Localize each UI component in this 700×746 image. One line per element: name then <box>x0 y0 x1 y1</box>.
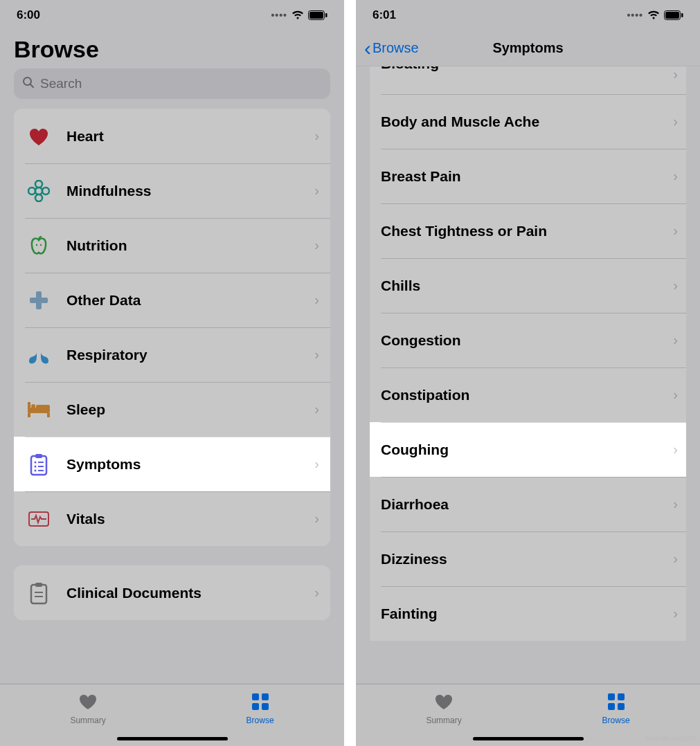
category-clinical-documents[interactable]: Clinical Documents › <box>14 565 330 620</box>
tab-summary[interactable]: Summary <box>426 693 461 725</box>
mindfulness-icon <box>25 177 53 205</box>
vitals-icon <box>25 505 53 533</box>
svg-rect-35 <box>252 703 259 710</box>
symptoms-list[interactable]: Bloating › Body and Muscle Ache › Breast… <box>356 66 700 684</box>
symptom-label: Fainting <box>381 606 673 622</box>
symptom-label: Breast Pain <box>381 168 673 185</box>
symptom-label: Congestion <box>381 332 673 349</box>
status-time: 6:01 <box>373 8 396 22</box>
chevron-right-icon: › <box>673 496 681 512</box>
category-label: Heart <box>66 128 314 145</box>
watermark: www.deuaq.com <box>645 734 696 742</box>
heart-tab-icon <box>78 693 98 713</box>
tab-browse[interactable]: Browse <box>602 693 630 725</box>
symptom-label: Chest Tightness or Pain <box>381 223 673 239</box>
chevron-right-icon: › <box>314 401 319 417</box>
symptom-row[interactable]: Fainting › <box>370 586 686 641</box>
svg-rect-16 <box>47 413 50 417</box>
phone-left: 6:00 •••• Browse Search Heart › <box>0 0 344 746</box>
svg-rect-1 <box>309 12 323 19</box>
search-icon <box>22 76 35 91</box>
svg-rect-19 <box>36 405 50 409</box>
category-group-1: Heart › Mindfulness › Nutrition › <box>14 109 330 546</box>
svg-rect-40 <box>608 693 615 700</box>
cellular-icon: •••• <box>627 10 643 21</box>
plus-icon <box>25 286 53 314</box>
category-sleep[interactable]: Sleep › <box>14 382 330 437</box>
svg-point-8 <box>28 188 35 194</box>
wifi-icon <box>291 10 304 20</box>
symptom-label: Constipation <box>381 387 673 403</box>
category-label: Sleep <box>66 401 314 418</box>
svg-rect-15 <box>28 413 30 417</box>
symptom-row[interactable]: Chest Tightness or Pain › <box>370 203 686 258</box>
svg-point-11 <box>40 244 42 245</box>
category-group-2: Clinical Documents › <box>14 565 330 620</box>
bed-icon <box>25 396 53 424</box>
tab-browse[interactable]: Browse <box>246 693 274 725</box>
home-indicator[interactable] <box>473 737 584 740</box>
symptom-row[interactable]: Chills › <box>370 258 686 313</box>
category-label: Vitals <box>66 511 314 527</box>
chevron-right-icon: › <box>314 237 319 253</box>
svg-point-6 <box>35 181 42 188</box>
svg-line-4 <box>30 84 33 87</box>
svg-rect-41 <box>618 693 625 700</box>
status-bar: 6:00 •••• <box>0 0 344 30</box>
svg-rect-39 <box>681 13 683 17</box>
svg-rect-38 <box>665 12 679 19</box>
svg-rect-21 <box>35 454 42 458</box>
category-label: Respiratory <box>66 347 314 363</box>
category-vitals[interactable]: Vitals › <box>14 491 330 546</box>
symptom-row[interactable]: Breast Pain › <box>370 149 686 203</box>
back-label: Browse <box>373 40 419 56</box>
category-respiratory[interactable]: Respiratory › <box>14 327 330 382</box>
symptom-label: Bloating <box>381 66 673 72</box>
back-button[interactable]: ‹ Browse <box>356 37 419 60</box>
symptom-row[interactable]: Bloating › <box>370 66 686 94</box>
tab-label: Browse <box>246 716 274 725</box>
svg-rect-43 <box>618 703 625 710</box>
svg-rect-33 <box>252 693 259 700</box>
svg-rect-17 <box>28 402 30 409</box>
tab-summary[interactable]: Summary <box>70 693 105 725</box>
svg-rect-13 <box>30 298 48 303</box>
symptom-row[interactable]: Body and Muscle Ache › <box>370 94 686 149</box>
wifi-icon <box>647 10 660 20</box>
status-bar: 6:01 •••• <box>356 0 700 30</box>
chevron-right-icon: › <box>314 585 319 601</box>
chevron-right-icon: › <box>673 278 681 293</box>
symptom-row[interactable]: Constipation › <box>370 367 686 422</box>
symptom-label: Body and Muscle Ache <box>381 113 673 130</box>
svg-point-9 <box>42 188 49 194</box>
chevron-right-icon: › <box>314 292 319 308</box>
battery-icon <box>308 10 327 20</box>
phone-right: 6:01 •••• ‹ Browse Symptoms Bloating › B… <box>356 0 700 746</box>
chevron-right-icon: › <box>673 606 681 621</box>
browse-content: Heart › Mindfulness › Nutrition › <box>0 109 344 684</box>
tab-label: Summary <box>70 716 105 725</box>
home-indicator[interactable] <box>117 737 228 740</box>
clipboard-icon <box>25 579 53 607</box>
symptoms-group: Bloating › Body and Muscle Ache › Breast… <box>370 66 686 641</box>
chevron-right-icon: › <box>673 442 681 457</box>
symptom-row-coughing[interactable]: Coughing › <box>370 422 686 477</box>
symptom-row[interactable]: Diarrhoea › <box>370 477 686 531</box>
svg-point-7 <box>35 194 42 201</box>
symptom-row[interactable]: Dizziness › <box>370 531 686 586</box>
svg-point-18 <box>31 404 35 408</box>
category-other-data[interactable]: Other Data › <box>14 273 330 327</box>
category-label: Clinical Documents <box>66 585 314 601</box>
search-input[interactable]: Search <box>14 69 330 99</box>
category-symptoms[interactable]: Symptoms › <box>14 437 330 491</box>
battery-icon <box>664 10 683 20</box>
chevron-right-icon: › <box>673 113 681 129</box>
svg-rect-42 <box>608 703 615 710</box>
phone-divider <box>344 0 356 746</box>
category-heart[interactable]: Heart › <box>14 109 330 163</box>
category-nutrition[interactable]: Nutrition › <box>14 218 330 273</box>
grid-tab-icon <box>251 693 269 713</box>
heart-tab-icon <box>433 693 454 713</box>
category-mindfulness[interactable]: Mindfulness › <box>14 163 330 218</box>
symptom-row[interactable]: Congestion › <box>370 313 686 367</box>
